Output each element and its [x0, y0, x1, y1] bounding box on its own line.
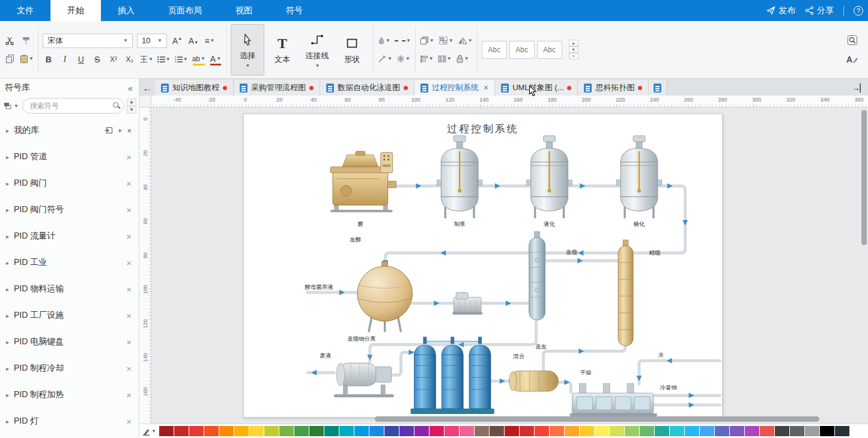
color-swatch[interactable] [805, 426, 819, 436]
color-swatch[interactable] [460, 426, 474, 436]
text-direction-button[interactable]: 王▼ [140, 53, 153, 66]
expand-icon[interactable]: ▸ [6, 154, 9, 160]
doc-tab[interactable]: 思科拓扑图 [578, 80, 649, 96]
equip-reactor-saccharification[interactable] [616, 136, 662, 218]
lock-button[interactable]: ▼ [456, 52, 469, 65]
select-tool[interactable]: 选择 ▼ [231, 24, 264, 76]
label-water[interactable]: 水 [658, 351, 664, 358]
color-swatch[interactable] [745, 426, 759, 436]
strikethrough-button[interactable]: S [91, 53, 103, 66]
library-item[interactable]: ▸PID 电脑键盘× [0, 329, 139, 355]
quick-color-pen-button[interactable]: ▼ [142, 427, 156, 436]
color-swatch[interactable] [655, 426, 669, 436]
label-separate[interactable]: 蒸馏物分离 [347, 335, 376, 342]
add-library-icon[interactable]: + [118, 126, 123, 135]
equip-distillation-column[interactable] [529, 231, 545, 320]
doc-tab[interactable]: UML对象图 (... [495, 80, 578, 96]
color-swatch[interactable] [715, 426, 729, 436]
diagram-svg[interactable]: 过程控制系统 磨 制浆 液化 糖化 发酵 酵母菌养液 蒸馏 精馏 蒸馏物分离 废… [244, 114, 722, 417]
search-icon[interactable] [113, 102, 118, 108]
style-preset-3[interactable]: Abc [537, 41, 562, 59]
color-swatch[interactable] [520, 426, 534, 436]
doc-tab[interactable]: 知识地图教程 [155, 80, 234, 96]
library-item[interactable]: ▸PID 管道× [0, 144, 139, 170]
library-item[interactable]: ▸PID 阀门× [0, 170, 139, 196]
gallery-down-button[interactable]: ▼ [569, 46, 578, 53]
color-swatch[interactable] [595, 426, 609, 436]
text-align-button[interactable]: ≡▼ [204, 34, 216, 47]
font-size-select[interactable]: 10▼ [137, 34, 167, 48]
equip-centrifuge[interactable] [334, 363, 394, 397]
color-swatch[interactable] [490, 426, 504, 436]
color-swatch[interactable] [670, 426, 684, 436]
color-swatch[interactable] [414, 426, 429, 436]
bring-forward-button[interactable]: ▼ [420, 34, 434, 47]
paste-button[interactable]: ▼ [20, 52, 34, 65]
font-family-select[interactable]: 宋体▼ [43, 34, 133, 48]
label-condensate[interactable]: 冷凝物 [660, 384, 677, 391]
line-color-button[interactable]: ▼ [378, 52, 392, 65]
color-swatch[interactable] [565, 426, 579, 436]
close-icon[interactable]: × [126, 337, 132, 347]
gallery-expand-button[interactable]: ≡ [569, 53, 578, 59]
close-icon[interactable]: × [126, 311, 132, 321]
numbered-list-button[interactable]: .▼ [157, 53, 171, 66]
tab-overflow-button[interactable]: →▏ [850, 80, 868, 96]
color-swatch[interactable] [625, 426, 639, 436]
close-icon[interactable]: × [126, 284, 132, 294]
close-icon[interactable]: × [126, 258, 132, 268]
color-swatch[interactable] [640, 426, 654, 436]
color-swatch[interactable] [685, 426, 699, 436]
menu-tab-2[interactable]: 插入 [101, 0, 151, 21]
stencil-menu-button[interactable]: ▼ [2, 102, 20, 110]
expand-icon[interactable]: ▸ [6, 207, 9, 213]
expand-icon[interactable]: ▸ [6, 392, 9, 398]
color-swatch[interactable] [700, 426, 714, 436]
library-item[interactable]: ▸PID 阀门符号× [0, 196, 139, 223]
ruler-vertical[interactable]: 020406080100120140160 [139, 108, 151, 424]
equip-blue-columns[interactable] [410, 337, 494, 414]
color-swatch[interactable] [249, 426, 264, 436]
color-swatch[interactable] [429, 426, 444, 436]
search-input[interactable] [22, 98, 124, 114]
publish-button[interactable]: 发布 [766, 5, 795, 16]
canvas[interactable]: 020406080100120140160 [139, 108, 868, 424]
color-swatch[interactable] [384, 426, 399, 436]
color-swatch[interactable] [835, 426, 849, 436]
equip-mill-machine[interactable] [330, 151, 396, 213]
menu-tab-3[interactable]: 页面布局 [151, 0, 219, 21]
highlight-color-button[interactable]: ab▼ [192, 53, 205, 66]
library-item[interactable]: ▸PID 工厂设施× [0, 302, 139, 329]
color-swatch[interactable] [399, 426, 414, 436]
label-distill[interactable]: 蒸馏 [566, 249, 577, 255]
distribute-button[interactable]: ▼ [438, 52, 452, 65]
subscript-button[interactable]: X₂ [124, 53, 136, 66]
group-button[interactable]: ▼ [439, 34, 454, 47]
vertical-scrollbar[interactable] [861, 110, 867, 245]
import-library-icon[interactable] [105, 127, 113, 134]
expand-icon[interactable]: ▸ [6, 127, 9, 134]
close-icon[interactable]: × [126, 416, 132, 427]
expand-icon[interactable]: ▸ [6, 365, 9, 372]
label-evaporate[interactable]: 蒸发 [535, 343, 547, 350]
color-swatch[interactable] [730, 426, 744, 436]
menu-tab-5[interactable]: 符号 [269, 0, 320, 21]
drawing-page[interactable]: 过程控制系统 磨 制浆 液化 糖化 发酵 酵母菌养液 蒸馏 精馏 蒸馏物分离 废… [243, 114, 723, 418]
text-tool[interactable]: T 文本 [266, 24, 299, 76]
expand-icon[interactable]: ▸ [6, 260, 9, 266]
equip-fermentation-tank[interactable] [357, 261, 413, 332]
scroll-up-button[interactable]: ▲ [127, 99, 136, 106]
color-swatch[interactable] [309, 426, 324, 436]
collapse-panel-icon[interactable]: « [128, 83, 133, 93]
color-swatch[interactable] [354, 426, 369, 436]
doc-tab[interactable]: 采购管理流程图 [234, 80, 320, 96]
label-ferment[interactable]: 发酵 [350, 236, 361, 243]
library-item[interactable]: ▸PID 工业× [0, 249, 139, 276]
horizontal-scrollbar-thumb[interactable] [375, 416, 819, 422]
equip-pump[interactable] [452, 293, 482, 315]
close-icon[interactable]: × [126, 178, 132, 189]
format-style-button[interactable]: A [846, 53, 858, 66]
label-saccharify[interactable]: 糖化 [634, 221, 645, 227]
flip-button[interactable]: ▼ [458, 34, 473, 47]
label-rectify[interactable]: 精馏 [649, 249, 660, 256]
